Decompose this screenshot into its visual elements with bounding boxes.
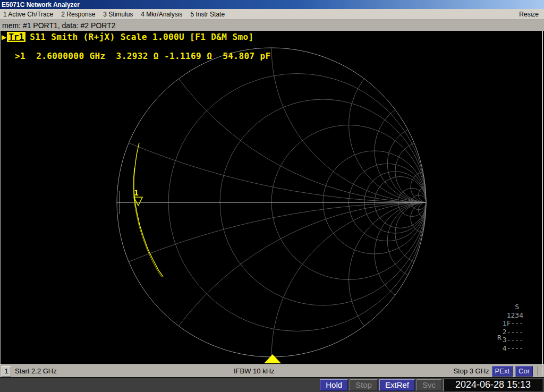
datetime-display: 2024-06-28 15:13 [443,379,543,391]
trace-status-legend: S 1234 1F--- 2---- 3---- 4---- [498,303,523,352]
status-badges: PExtCor [492,366,533,377]
trace-status-r-label: R [497,334,502,342]
ifbw-label: IFBW 10 kHz [234,367,275,375]
channel-window: 1 ▶ Tr1 S11 Smith (R+jX) Scale 1.000U [F… [0,31,544,364]
memory-trace-bar: mem: #1 PORT1, data: #2 PORT2 [0,20,544,31]
task-bar: HoldStopExtRefSvc 2024-06-28 15:13 [0,377,544,392]
window-title-bar[interactable]: E5071C Network Analyzer [0,0,544,9]
active-trace-arrow-icon: ▶ [2,33,6,41]
menu-item-4[interactable]: 4 Mkr/Analysis [141,11,182,18]
resize-button[interactable]: Resize [519,11,539,18]
menu-item-1[interactable]: 1 Active Ch/Trace [3,11,53,18]
window-title: E5071C Network Analyzer [2,1,80,8]
trace1-label[interactable]: Tr1 [7,32,26,42]
menu-bar: 1 Active Ch/Trace2 Response3 Stimulus4 M… [0,9,544,20]
taskbar-button-svc: Svc [416,379,441,391]
statusbar-grip [537,367,542,376]
status-badge-pext: PExt [492,366,513,377]
trace1-format-title: S11 Smith (R+jX) Scale 1.000U [F1 D&M Sm… [30,32,253,42]
channel-window-left-border [0,31,1,364]
status-badge-cor: Cor [515,366,533,377]
marker1-readout: >1 2.6000000 GHz 3.2932 Ω -1.1169 Ω 54.8… [15,51,271,61]
status-bar: 1 Start 2.2 GHz IFBW 10 kHz Stop 3 GHz P… [0,364,544,377]
start-frequency-label: Start 2.2 GHz [15,367,57,375]
memory-trace-label: mem: #1 PORT1, data: #2 PORT2 [2,21,115,30]
task-buttons: HoldStopExtRefSvc [320,379,441,391]
taskbar-button-stop: Stop [350,379,378,391]
taskbar-button-hold[interactable]: Hold [320,379,348,391]
channel-number-box: 1 [2,366,11,377]
smith-chart: 1 [0,31,544,364]
trace-header[interactable]: ▶ Tr1 S11 Smith (R+jX) Scale 1.000U [F1 … [2,32,254,42]
menu-item-3[interactable]: 3 Stimulus [103,11,133,18]
menu-item-2[interactable]: 2 Response [61,11,95,18]
marker1-chart-label: 1 [134,189,138,197]
taskbar-button-extref[interactable]: ExtRef [379,379,415,391]
channel-window-right-border [542,31,543,364]
menu-item-5[interactable]: 5 Instr State [190,11,225,18]
menu-items: 1 Active Ch/Trace2 Response3 Stimulus4 M… [3,11,233,18]
stop-frequency-label: Stop 3 GHz [453,367,489,375]
